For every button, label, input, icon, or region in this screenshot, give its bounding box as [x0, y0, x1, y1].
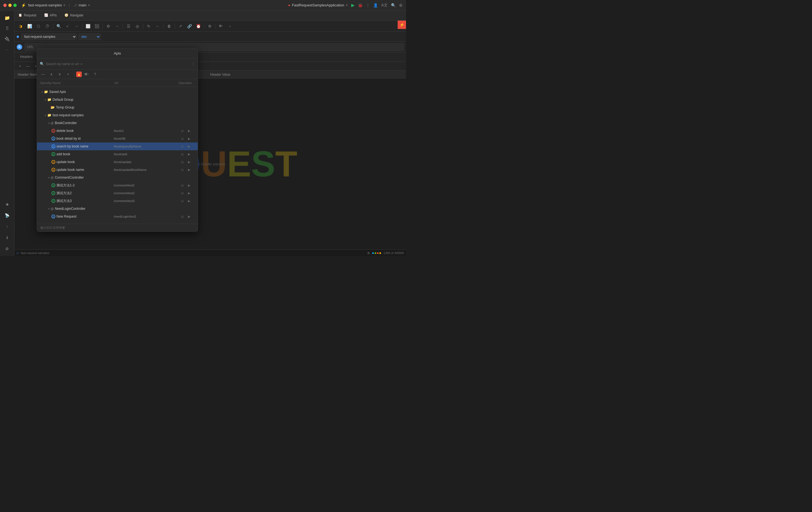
search-input[interactable] — [46, 62, 190, 66]
tree-item-delete-book[interactable]: D delete book /book/1 ◎ ▶ — [37, 127, 198, 135]
tree-item-search-book-name[interactable]: G search by book name /book/queryByName … — [37, 142, 198, 150]
op-nav-7[interactable]: ▶ — [186, 183, 192, 188]
tree-item-fast-request-samples[interactable]: ▾ 📁 fast-request-samples — [37, 111, 198, 119]
sidebar-folder-icon[interactable]: 📁 — [2, 13, 12, 23]
more-icon[interactable]: ⋮ — [366, 3, 370, 7]
test-method-2-label: 测试方法2 — [56, 191, 113, 196]
op-nav-4[interactable]: ▶ — [186, 152, 192, 157]
expand-up-btn[interactable]: ∧ — [48, 71, 55, 78]
expand-down-btn[interactable]: ∨ — [56, 71, 63, 78]
search-book-name-label: search by book name — [56, 144, 113, 148]
tree-item-new-request[interactable]: G New Request /needLogin/test1 ◎ ▶ — [37, 213, 198, 220]
col-openapi-name: OpenApi Name — [40, 81, 114, 85]
op-info-5[interactable]: ◎ — [180, 159, 185, 165]
tree-item-update-book[interactable]: U update book /book/update ◎ ▶ — [37, 158, 198, 166]
op-info-8[interactable]: ◎ — [180, 190, 185, 196]
project-selector[interactable]: fast-request-samples ▾ — [28, 3, 65, 7]
sidebar-star-icon[interactable]: ★ — [2, 199, 12, 209]
branch-icon: ⎇ — [73, 3, 77, 7]
test-method-1-2-label: 测试方法1-2 — [56, 183, 113, 188]
modal-footer: 键入ESC关闭弹窗 — [37, 224, 198, 232]
debug-icon[interactable]: 🐞 — [358, 3, 362, 7]
branch-selector[interactable]: ⎇ main ▾ — [73, 3, 90, 7]
op-info-6[interactable]: ◎ — [180, 167, 185, 172]
sidebar-broadcast-icon[interactable]: 📡 — [2, 210, 12, 220]
titlebar: ⚡ fast-request-samples ▾ | ⎇ main ▾ ● Fa… — [0, 0, 406, 10]
tree-item-temp-group[interactable]: ▾ 📂 Temp Group — [37, 104, 198, 111]
app-name: FastRequestSamplesApplication — [292, 3, 344, 7]
op-nav-3[interactable]: ▶ — [186, 143, 192, 149]
op-info-1[interactable]: ◎ — [180, 128, 185, 134]
op-nav-1[interactable]: ▶ — [186, 128, 192, 134]
fire-btn[interactable]: 🔥 — [76, 72, 82, 77]
op-info-10[interactable]: ◎ — [180, 214, 185, 219]
method-get-icon-detail: G — [52, 137, 55, 140]
op-info-9[interactable]: ◎ — [180, 198, 185, 204]
sidebar-grid-icon[interactable]: ⠿ — [2, 23, 12, 33]
tree-cols: OpenApi Name Url Operation — [37, 79, 198, 87]
tree-item-test-method-2[interactable]: P 测试方法2 /comment/test2 ◎ ▶ — [37, 189, 198, 197]
update-book-label: update book — [56, 160, 113, 164]
tab-request[interactable]: 📋 Request — [14, 10, 40, 21]
op-nav-5[interactable]: ▶ — [186, 159, 192, 165]
chevron-book: ▾ — [48, 122, 50, 125]
op-info-3[interactable]: ◎ — [180, 143, 185, 149]
op-nav-2[interactable]: ▶ — [186, 136, 192, 141]
sidebar-upload-icon[interactable]: ↑ — [2, 221, 12, 232]
tab-navigate[interactable]: 🧭 Navigate — [61, 10, 87, 21]
translate-icon[interactable]: A文 — [381, 3, 388, 8]
op-info-7[interactable]: ◎ — [180, 183, 185, 188]
op-nav-10[interactable]: ▶ — [186, 214, 192, 219]
method-get-icon-new: G — [52, 215, 55, 218]
method-put-icon-update-name: U — [52, 168, 55, 172]
close-x-btn[interactable]: × — [65, 71, 71, 78]
search-book-ops: ◎ ▶ — [176, 143, 196, 149]
search-glass-icon: 🔍 — [40, 62, 44, 66]
chevron-saved-apis: ▾ — [41, 90, 43, 93]
settings-icon[interactable]: ⚙ — [399, 3, 403, 7]
tree-item-add-book[interactable]: P add book /book/add ◎ ▶ — [37, 150, 198, 158]
sidebar-gear-icon[interactable]: ⚙ — [2, 244, 12, 254]
op-nav-8[interactable]: ▶ — [186, 190, 192, 196]
tree-item-comment-controller[interactable]: ▾ @ CommentController — [37, 173, 198, 182]
traffic-light-red[interactable] — [3, 4, 7, 7]
op-info-2[interactable]: ◎ — [180, 136, 185, 141]
search-options-icon[interactable]: ⋮ — [191, 62, 195, 66]
op-nav-9[interactable]: ▶ — [186, 198, 192, 204]
tree-item-book-controller[interactable]: ▾ @ BookController — [37, 119, 198, 127]
op-info-4[interactable]: ◎ — [180, 152, 185, 157]
traffic-light-yellow[interactable] — [8, 4, 12, 7]
need-login-controller-label: NeedLoginController — [55, 207, 196, 211]
method-post-icon-t2: P — [52, 191, 55, 195]
tree-item-test-method-3[interactable]: P 测试方法3 /comment/test3 ◎ ▶ — [37, 197, 198, 205]
search-icon[interactable]: 🔍 — [391, 3, 396, 7]
traffic-light-green[interactable] — [13, 4, 17, 7]
test-1-2-ops: ◎ ▶ — [176, 183, 196, 188]
delete-book-label: delete book — [56, 129, 113, 133]
profile-icon[interactable]: 👤 — [373, 3, 378, 7]
test-2-ops: ◎ ▶ — [176, 190, 196, 196]
help-btn[interactable]: ? — [92, 71, 98, 78]
titlebar-right: ● FastRequestSamplesApplication ▾ ▶ 🐞 ⋮ … — [288, 2, 403, 8]
md-btn[interactable]: M↑ — [83, 71, 90, 78]
method-post-icon-t3: P — [52, 199, 55, 203]
tree-item-need-login-controller[interactable]: ▾ @ NeedLoginController — [37, 205, 198, 213]
sidebar-info-icon[interactable]: ℹ — [2, 233, 12, 243]
collapse-btn[interactable]: — — [40, 71, 47, 78]
chevron-comment: ▾ — [48, 176, 50, 179]
app-selector[interactable]: ● FastRequestSamplesApplication ▾ — [288, 3, 348, 7]
tree-item-update-book-name[interactable]: U update book name /book/updateBookName … — [37, 166, 198, 173]
tree-item-default-group[interactable]: ▾ 📁 Default Group — [37, 96, 198, 104]
sidebar-more-icon[interactable]: ··· — [2, 45, 12, 55]
update-book-ops: ◎ ▶ — [176, 159, 196, 165]
tree-item-saved-apis[interactable]: ▾ 📁 Saved Apis — [37, 88, 198, 96]
run-icon[interactable]: ▶ — [351, 2, 354, 8]
op-nav-6[interactable]: ▶ — [186, 167, 192, 172]
sidebar-plugin-icon[interactable]: 🔌 — [2, 34, 12, 44]
folder-saved-apis: 📁 — [44, 90, 48, 94]
frs-label: fast-request-samples — [53, 113, 196, 117]
tab-apis[interactable]: 📈 APIs — [40, 10, 61, 21]
tree-item-book-detail[interactable]: G book detail by id /book/88 ◎ ▶ — [37, 135, 198, 142]
update-book-name-url: /book/updateBookName — [114, 168, 175, 171]
tree-item-test-method-1-2[interactable]: P 测试方法1-2 /comment/test1 ◎ ▶ — [37, 182, 198, 189]
